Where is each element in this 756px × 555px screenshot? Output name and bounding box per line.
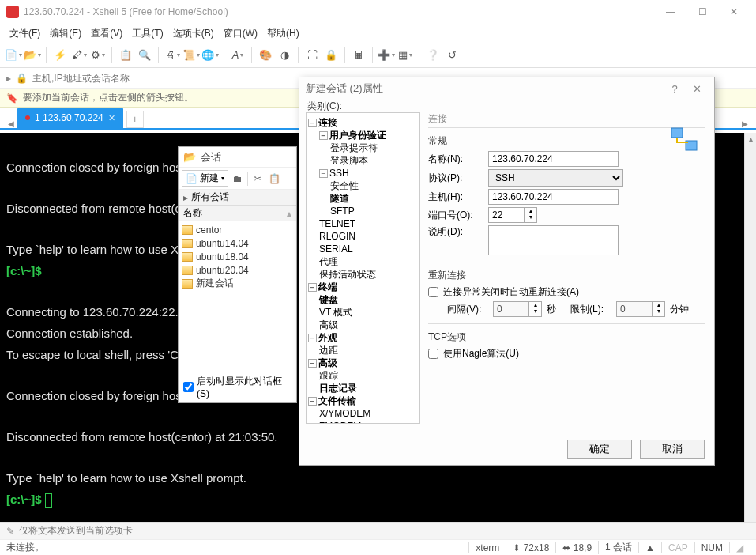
reconnect-icon[interactable]: ⚡: [51, 47, 69, 64]
menu-view[interactable]: 查看(V): [86, 25, 127, 43]
addr-arrow-icon[interactable]: ▸: [6, 73, 11, 84]
list-item[interactable]: 新建会话: [182, 277, 293, 290]
list-item[interactable]: ubuntu14.04: [182, 236, 293, 250]
close-button[interactable]: ✕: [718, 1, 750, 23]
port-input[interactable]: [488, 207, 525, 223]
scroll-icon[interactable]: ↺: [443, 47, 461, 64]
menu-tools[interactable]: 工具(T): [127, 25, 167, 43]
tree-connection[interactable]: 连接: [318, 117, 337, 128]
find-icon[interactable]: 🔍: [136, 47, 153, 64]
session-icon: [182, 239, 193, 248]
lock-icon[interactable]: 🔒: [322, 47, 340, 64]
properties-close-button[interactable]: ✕: [686, 83, 708, 95]
sessions-all-label: 所有会话: [191, 191, 229, 204]
help-icon[interactable]: ❔: [424, 47, 442, 64]
terminal-prompt: [c:\~]$: [6, 264, 45, 278]
menu-tabs[interactable]: 选项卡(B): [168, 25, 219, 43]
highlighter-icon[interactable]: 🖍: [70, 47, 88, 64]
tab-session-1[interactable]: 1 123.60.70.224 ✕: [17, 108, 123, 128]
terminal-line: Type `help' to learn how to use Xshell p…: [6, 471, 246, 485]
tree-ssh[interactable]: SSH: [329, 168, 349, 179]
desc-input[interactable]: [488, 225, 619, 255]
tree-keyboard[interactable]: 键盘: [308, 293, 418, 306]
tree-filetransfer[interactable]: 文件传输: [318, 395, 356, 406]
sessions-icon-cut[interactable]: ✂: [250, 173, 265, 184]
send-target-icon[interactable]: ✎: [6, 526, 14, 537]
tree-serial[interactable]: SERIAL: [308, 243, 418, 255]
sessions-column-name[interactable]: 名称 ▴: [179, 206, 296, 221]
list-item[interactable]: ubuntu18.04: [182, 250, 293, 263]
sessions-toolbar: 📄 新建 ▾ 🖿 ✂ 📋: [179, 168, 296, 190]
sessions-new-button[interactable]: 📄 新建 ▾: [182, 170, 228, 187]
palette-icon[interactable]: 🎨: [257, 47, 274, 64]
nagle-checkbox[interactable]: [428, 349, 438, 359]
tree-appearance[interactable]: 外观: [318, 332, 337, 343]
host-input[interactable]: [488, 189, 619, 205]
tree-xymodem[interactable]: X/YMODEM: [308, 407, 418, 420]
tree-log[interactable]: 日志记录: [308, 382, 418, 395]
tree-rlogin[interactable]: RLOGIN: [308, 230, 418, 243]
scroll-up-icon[interactable]: ▴: [745, 133, 756, 145]
menu-window[interactable]: 窗口(W): [219, 25, 262, 43]
cancel-button[interactable]: 取消: [640, 440, 705, 459]
category-tree[interactable]: −连接 −用户身份验证 登录提示符 登录脚本 −SSH 安全性 隧道 SFTP …: [306, 112, 420, 424]
settings-icon[interactable]: ⚙: [89, 47, 107, 64]
tree-margin[interactable]: 边距: [308, 344, 418, 357]
tree-terminal[interactable]: 终端: [318, 281, 337, 293]
menu-help[interactable]: 帮助(H): [262, 25, 304, 43]
new-session-icon[interactable]: 📄: [5, 47, 22, 64]
globe-icon[interactable]: 🌐: [201, 47, 219, 64]
startup-show-checkbox[interactable]: [183, 382, 194, 392]
tree-zmodem[interactable]: ZMODEM: [308, 420, 418, 424]
maximize-button[interactable]: ☐: [686, 1, 718, 23]
font-icon[interactable]: A: [229, 47, 246, 64]
sessions-icon-copy[interactable]: 📋: [267, 173, 281, 184]
tabs-prev-icon[interactable]: ◀: [5, 119, 17, 128]
interval-input: [493, 301, 529, 317]
tabs-next-icon[interactable]: ▶: [739, 119, 751, 128]
tree-adv[interactable]: 高级: [308, 319, 418, 331]
tree-auth[interactable]: 用户身份验证: [329, 130, 386, 141]
script-icon[interactable]: 📜: [182, 47, 200, 64]
open-icon[interactable]: 📂: [24, 47, 41, 64]
scrollbar[interactable]: ▴: [744, 133, 756, 522]
layout-icon[interactable]: ▦: [397, 47, 414, 64]
status-overflow-icon[interactable]: ▲: [638, 542, 661, 553]
port-stepper[interactable]: ▴▾: [525, 207, 537, 223]
sessions-all[interactable]: ▸ 所有会话: [179, 190, 296, 206]
tree-prompt[interactable]: 登录提示符: [308, 142, 418, 154]
calc-icon[interactable]: 🖩: [350, 47, 367, 64]
copy-icon[interactable]: 📋: [117, 47, 134, 64]
tree-vt[interactable]: VT 模式: [308, 306, 418, 319]
tree-keepalive[interactable]: 保持活动状态: [308, 268, 418, 281]
bookmark-icon[interactable]: 🔖: [6, 92, 18, 104]
tree-advanced[interactable]: 高级: [318, 357, 337, 368]
list-item[interactable]: centor: [182, 223, 293, 236]
color-icon[interactable]: ◑: [276, 47, 293, 64]
sessions-icon-folder[interactable]: 🖿: [231, 173, 245, 184]
tree-proxy[interactable]: 代理: [308, 255, 418, 268]
menu-edit[interactable]: 编辑(E): [45, 25, 86, 43]
tree-security[interactable]: 安全性: [308, 179, 418, 192]
nagle-label: 使用Nagle算法(U): [443, 347, 519, 361]
tree-telnet[interactable]: TELNET: [308, 217, 418, 230]
tree-sftp[interactable]: SFTP: [308, 205, 418, 217]
print-icon[interactable]: 🖨: [164, 47, 181, 64]
list-item-label: ubuntu14.04: [196, 238, 249, 249]
menu-file[interactable]: 文件(F): [5, 25, 45, 43]
tree-trace[interactable]: 跟踪: [308, 369, 418, 382]
name-input[interactable]: [488, 151, 619, 167]
fullscreen-icon[interactable]: ⛶: [303, 47, 321, 64]
status-resize-icon[interactable]: ◢: [729, 542, 750, 553]
list-item[interactable]: ubuntu20.04: [182, 263, 293, 277]
tab-add-button[interactable]: +: [126, 111, 144, 128]
properties-help-button[interactable]: ?: [664, 83, 686, 95]
auto-reconnect-checkbox[interactable]: [428, 287, 438, 297]
ok-button[interactable]: 确定: [567, 440, 632, 459]
minimize-button[interactable]: —: [655, 1, 686, 23]
tab-close-icon[interactable]: ✕: [108, 113, 115, 123]
addtab-icon[interactable]: ➕: [378, 47, 395, 64]
tree-script[interactable]: 登录脚本: [308, 154, 418, 167]
protocol-select[interactable]: SSH: [488, 169, 623, 187]
tree-tunnel[interactable]: 隧道: [308, 192, 418, 205]
